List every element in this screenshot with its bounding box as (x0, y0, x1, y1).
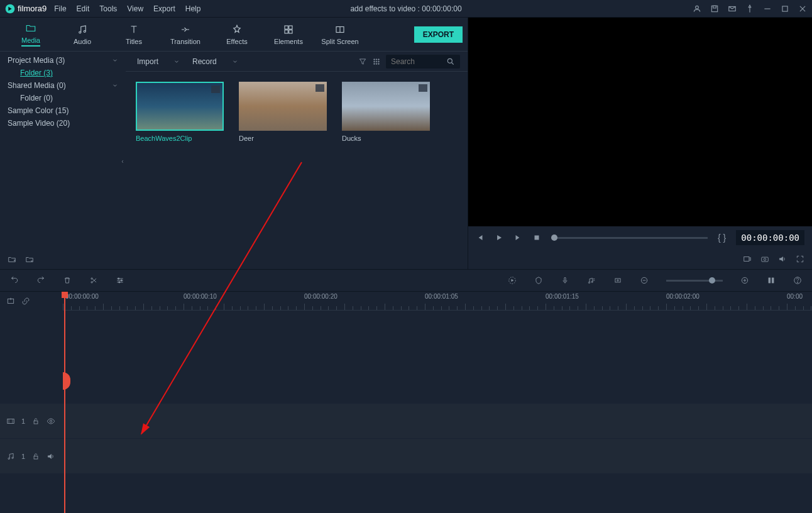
sidebar-collapse-handle[interactable] (119, 157, 126, 166)
media-toolbar: Import Record (126, 52, 468, 72)
lock-icon[interactable] (31, 452, 40, 461)
maximize-icon[interactable] (781, 4, 789, 13)
playhead-handle[interactable] (62, 292, 68, 298)
mail-icon[interactable] (728, 4, 737, 13)
timeline-ruler[interactable]: 00:00:00:00 00:00:00:10 00:00:00:20 00:0… (63, 292, 812, 311)
video-track-area[interactable] (63, 404, 812, 439)
menu-help[interactable]: Help (185, 4, 201, 13)
audio-track-area[interactable] (63, 439, 812, 474)
audio-mixer-icon[interactable] (587, 276, 596, 285)
delete-icon[interactable] (63, 276, 72, 285)
timeline: 1 1 00:00:00:00 00:00:00:10 00:00:00:20 … (0, 292, 812, 513)
delete-folder-icon[interactable] (25, 255, 34, 264)
save-icon[interactable] (710, 4, 719, 13)
play-icon[interactable] (495, 233, 503, 242)
export-button[interactable]: EXPORT (414, 26, 463, 43)
marker-icon[interactable] (534, 276, 543, 285)
menu-tools[interactable]: Tools (99, 4, 117, 13)
tab-media[interactable]: Media (5, 19, 57, 50)
tab-effects[interactable]: Effects (211, 20, 263, 49)
pin-icon[interactable] (745, 4, 754, 13)
snapshot-icon[interactable] (760, 255, 769, 263)
svg-point-39 (119, 282, 120, 283)
fullscreen-icon[interactable] (796, 255, 804, 263)
progress-handle[interactable] (551, 234, 557, 241)
quality-icon[interactable] (743, 255, 752, 263)
zoom-out-icon[interactable] (640, 276, 649, 285)
audio-track-header[interactable]: 1 (0, 439, 63, 474)
video-track-header[interactable]: 1 (0, 404, 63, 439)
media-item-deer[interactable]: Deer (239, 82, 327, 142)
prev-frame-icon[interactable] (476, 233, 485, 242)
import-dropdown[interactable]: Import (133, 57, 184, 66)
tab-titles[interactable]: Titles (108, 20, 160, 49)
link-icon[interactable] (21, 297, 30, 306)
tree-sample-video[interactable]: Sample Video (20) (0, 117, 126, 130)
tree-shared-media[interactable]: Shared Media (0) (0, 79, 126, 92)
tree-project-media[interactable]: Project Media (3) (0, 54, 126, 67)
tree-folder-1[interactable]: Folder (3) (0, 67, 126, 79)
video-track-number: 1 (21, 417, 25, 425)
mark-in-out-icon[interactable]: { } (718, 233, 726, 243)
adjust-icon[interactable] (116, 276, 124, 285)
preview-footer (468, 249, 812, 269)
svg-point-38 (121, 280, 122, 281)
visibility-icon[interactable] (47, 417, 55, 426)
help-icon[interactable] (793, 276, 802, 285)
tree-sample-color[interactable]: Sample Color (15) (0, 104, 126, 117)
record-dropdown[interactable]: Record (189, 57, 242, 66)
zoom-in-icon[interactable] (740, 276, 749, 285)
undo-icon[interactable] (10, 276, 19, 285)
stop-icon[interactable] (532, 233, 541, 242)
search-input[interactable] (391, 57, 441, 66)
track-area[interactable] (63, 357, 812, 404)
minimize-icon[interactable] (763, 4, 772, 13)
volume-icon[interactable] (778, 255, 787, 263)
svg-point-10 (84, 30, 85, 32)
mute-icon[interactable] (47, 452, 55, 461)
menu-export[interactable]: Export (153, 4, 175, 13)
filter-icon[interactable] (358, 57, 367, 66)
media-item-beachwaves[interactable]: BeachWaves2Clip (136, 82, 224, 142)
close-icon[interactable] (798, 4, 807, 13)
tab-elements[interactable]: Elements (263, 20, 314, 49)
grid-view-icon[interactable] (372, 57, 381, 66)
new-folder-icon[interactable] (8, 255, 16, 264)
menu-file[interactable]: File (54, 4, 66, 13)
search-icon[interactable] (446, 57, 455, 66)
menu-view[interactable]: View (127, 4, 143, 13)
media-item-ducks[interactable]: Ducks (342, 82, 430, 142)
search-box[interactable] (386, 55, 460, 69)
svg-point-43 (591, 281, 593, 282)
next-frame-icon[interactable] (513, 233, 522, 242)
lock-icon[interactable] (31, 417, 40, 426)
svg-point-42 (588, 282, 590, 283)
track-area[interactable] (63, 311, 812, 357)
tab-audio[interactable]: Audio (57, 20, 108, 49)
crop-icon[interactable] (613, 276, 622, 285)
ruler-label: 00:00:01:05 (425, 293, 458, 300)
preview-progress[interactable] (551, 237, 708, 239)
preview-viewport[interactable] (468, 18, 812, 226)
playhead[interactable] (64, 292, 65, 513)
folder-icon (25, 23, 36, 34)
render-icon[interactable] (508, 276, 517, 285)
tab-split-screen[interactable]: Split Screen (314, 20, 366, 49)
svg-point-21 (376, 61, 377, 62)
media-tree: Project Media (3) Folder (3) Shared Medi… (0, 52, 126, 250)
tab-transition[interactable]: Transition (160, 20, 211, 49)
zoom-slider[interactable] (666, 280, 723, 282)
redo-icon[interactable] (36, 276, 45, 285)
ruler-label: 00:00:01:15 (546, 293, 579, 300)
voiceover-icon[interactable] (561, 276, 569, 285)
split-icon[interactable] (89, 276, 98, 285)
zoom-handle[interactable] (709, 277, 715, 284)
user-icon[interactable] (693, 4, 701, 13)
menu-edit[interactable]: Edit (77, 4, 90, 13)
timeline-tracks[interactable]: 00:00:00:00 00:00:00:10 00:00:00:20 00:0… (63, 292, 812, 513)
add-track-icon[interactable] (6, 297, 15, 306)
svg-rect-29 (744, 257, 749, 262)
fit-icon[interactable] (767, 276, 776, 285)
svg-rect-13 (285, 30, 288, 33)
tree-folder-2[interactable]: Folder (0) (0, 92, 126, 104)
